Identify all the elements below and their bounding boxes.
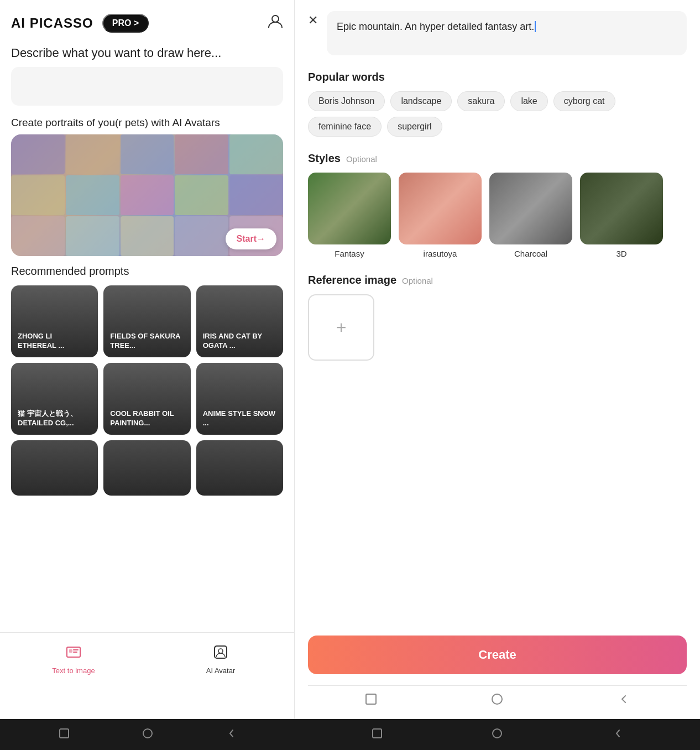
word-chip-0[interactable]: Boris Johnson: [308, 91, 385, 111]
describe-input[interactable]: [11, 67, 283, 106]
prompt-card-4[interactable]: COOL RABBIT OIL PAINTING...: [103, 363, 190, 435]
nav-back-icon[interactable]: [617, 692, 630, 708]
prompt-card-5[interactable]: ANIME STYLE SNOW ...: [196, 363, 283, 435]
prompt-card-2[interactable]: IRIS AND CAT BY OGATA ...: [196, 285, 283, 357]
style-image-irasutoya: [399, 173, 482, 244]
avatars-image[interactable]: Start→: [11, 134, 283, 256]
style-image-3d: [580, 173, 663, 244]
add-reference-image-button[interactable]: +: [308, 294, 374, 361]
style-image-charcoal: [489, 173, 572, 244]
styles-title: Styles: [308, 152, 341, 165]
style-label-fantasy: Fantasy: [335, 249, 364, 258]
prompts-grid: ZHONG LI ETHEREAL ... FIELDS OF SAKURA T…: [11, 285, 283, 496]
recommended-title: Recommended prompts: [11, 265, 283, 278]
prompt-card-3[interactable]: 猫 宇宙人と戦う、DETAILED CG,...: [11, 363, 98, 435]
style-label-irasutoya: irasutoya: [424, 249, 457, 258]
style-label-charcoal: Charcoal: [514, 249, 547, 258]
style-image-fantasy: [308, 173, 391, 244]
style-card-fantasy[interactable]: Fantasy: [308, 173, 391, 258]
reference-title: Reference image: [308, 274, 396, 287]
svg-point-10: [143, 729, 152, 738]
sys-back-right[interactable]: [612, 728, 623, 741]
app-logo: AI PICASSO: [11, 15, 93, 31]
system-bottom-bar: [0, 719, 700, 750]
style-card-charcoal[interactable]: Charcoal: [489, 173, 572, 258]
plus-icon: +: [336, 317, 347, 338]
right-panel: ✕ Epic mountain. An hyper detailed fanta…: [295, 0, 700, 719]
prompt-card-7[interactable]: [103, 440, 190, 496]
word-chip-2[interactable]: sakura: [457, 91, 505, 111]
nav-circle-icon[interactable]: [490, 692, 504, 708]
style-label-3d: 3D: [616, 249, 626, 258]
recommended-section: Recommended prompts ZHONG LI ETHEREAL ..…: [0, 265, 294, 496]
bottom-nav-left: Text to image AI Avatar: [0, 632, 294, 675]
word-chip-3[interactable]: lake: [510, 91, 547, 111]
word-chip-6[interactable]: supergirl: [387, 117, 442, 137]
ai-avatar-icon: [212, 644, 229, 664]
create-button[interactable]: Create: [308, 636, 687, 674]
reference-header: Reference image Optional: [308, 274, 687, 287]
style-card-3d[interactable]: 3D: [580, 173, 663, 258]
svg-point-8: [492, 694, 502, 704]
avatars-title: Create portraits of you(r pets) with AI …: [11, 117, 283, 129]
avatars-banner: Create portraits of you(r pets) with AI …: [11, 117, 283, 256]
style-card-irasutoya[interactable]: irasutoya: [399, 173, 482, 258]
user-icon[interactable]: [268, 13, 283, 33]
svg-rect-2: [69, 649, 72, 653]
close-button[interactable]: ✕: [308, 13, 318, 28]
nav-square-icon[interactable]: [364, 692, 378, 708]
popular-words-container: Boris Johnson landscape sakura lake cybo…: [308, 91, 687, 137]
word-chip-4[interactable]: cyborg cat: [553, 91, 615, 111]
pro-badge-button[interactable]: PRO >: [102, 14, 149, 33]
tab-text-to-image[interactable]: Text to image: [0, 644, 147, 675]
tab-ai-avatar[interactable]: AI Avatar: [147, 644, 294, 675]
word-chip-5[interactable]: feminine face: [308, 117, 382, 137]
word-chip-1[interactable]: landscape: [390, 91, 452, 111]
svg-rect-11: [373, 729, 382, 738]
prompt-card-6[interactable]: [11, 440, 98, 496]
prompt-card-1[interactable]: FIELDS OF SAKURA TREE...: [103, 285, 190, 357]
text-cursor: [535, 21, 536, 32]
styles-optional: Optional: [346, 154, 377, 164]
svg-point-6: [218, 649, 223, 653]
search-input[interactable]: Epic mountain. An hyper detailed fantasy…: [327, 11, 687, 55]
styles-header: Styles Optional: [308, 152, 687, 165]
sys-home-right[interactable]: [372, 728, 383, 741]
svg-point-12: [493, 729, 502, 738]
sys-home-left[interactable]: [59, 728, 70, 741]
search-bar-container: ✕ Epic mountain. An hyper detailed fanta…: [308, 11, 687, 55]
header: AI PICASSO PRO >: [0, 0, 294, 41]
describe-label: Describe what you want to draw here...: [0, 41, 294, 67]
popular-words-title: Popular words: [308, 71, 687, 84]
reference-optional: Optional: [402, 276, 433, 285]
sys-recent-left[interactable]: [142, 728, 153, 741]
svg-rect-7: [366, 694, 376, 704]
text-to-image-icon: [65, 644, 82, 664]
prompt-card-0[interactable]: ZHONG LI ETHEREAL ...: [11, 285, 98, 357]
prompt-card-8[interactable]: [196, 440, 283, 496]
sys-recent-right[interactable]: [492, 728, 503, 741]
start-button[interactable]: Start→: [226, 228, 276, 249]
text-to-image-label: Text to image: [52, 666, 95, 675]
styles-grid: Fantasy irasutoya Charcoal 3D: [308, 173, 687, 258]
svg-point-0: [272, 15, 279, 22]
sys-back-left[interactable]: [226, 728, 237, 741]
system-bar-right: [295, 719, 700, 750]
ai-avatar-label: AI Avatar: [206, 666, 236, 675]
bottom-nav-right: [308, 685, 687, 708]
reference-image-section: Reference image Optional +: [308, 274, 687, 361]
system-bar-left: [0, 719, 295, 750]
svg-rect-9: [60, 729, 69, 738]
